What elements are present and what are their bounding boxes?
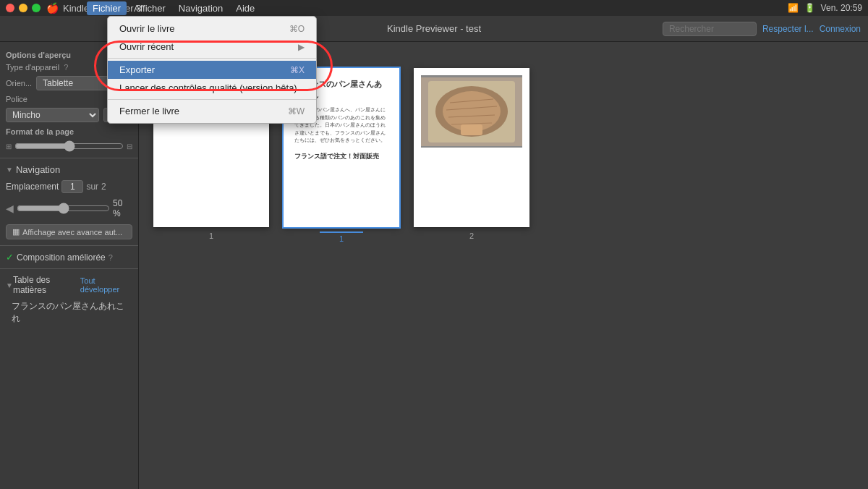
page-thumb-3[interactable] [414,68,529,227]
font-select[interactable]: Mincho [6,108,99,122]
navigation-label: Navigation [16,164,60,175]
page-num-2: 1 [339,234,344,243]
page-image [421,75,522,148]
menu-sep-2 [108,99,316,100]
page-num-3: 2 [469,231,474,240]
ouvrir-livre-shortcut: ⌘O [289,24,305,34]
nav-controls: ◀ 50 % [0,195,138,221]
page-active-indicator: 1 [320,231,363,243]
time-label: Ven. 20:59 [821,3,862,13]
toolbar-right: Respecter l... Connexion [663,22,861,36]
advance-icon: ▦ [12,227,20,237]
menubar: Fichier Afficher Navigation Aide [87,0,260,16]
ouvrir-livre-label: Ouvrir le livre [119,23,175,34]
grid-large-icon: ⊟ [127,143,132,150]
device-label: Type d'appareil [6,63,59,72]
menu-afficher[interactable]: Afficher [128,1,171,15]
exporter-shortcut: ⌘X [290,65,305,75]
grid-small-icon: ⊞ [6,143,12,150]
nav-slider[interactable] [17,203,110,214]
nav-arrow-icon: ▼ [6,166,13,174]
titlebar-right: 📶 🔋 Ven. 20:59 [788,0,862,16]
ouvrir-recent-label: Ouvrir récent [119,41,174,52]
location-label: Emplacement [6,182,59,192]
location-total: 2 [101,182,106,192]
bluetooth-icon: 🔋 [804,3,815,13]
device-tooltip: ? [64,63,68,72]
page-format-label: Format de la page [0,124,138,137]
page-image-content [414,68,529,155]
navigation-header[interactable]: ▼ Navigation [0,161,138,178]
composition-row: ✓ Composition améliorée ? [0,249,138,265]
composition-tooltip: ? [109,253,113,262]
location-row: Emplacement sur 2 [0,178,138,195]
traffic-lights [6,4,41,12]
advance-button[interactable]: ▦ Affichage avec avance aut... [6,224,132,239]
menu-aide[interactable]: Aide [230,1,260,15]
page-format-slider[interactable] [14,140,124,152]
page-num-1: 1 [209,231,213,240]
apple-icon[interactable]: 🍎 [46,2,59,14]
search-input[interactable] [663,22,757,36]
font-label: Police [6,95,27,103]
fermer-shortcut: ⌘W [288,106,305,116]
location-input[interactable] [61,180,83,193]
quality-label: Lancer des contrôles qualité (version bê… [119,82,297,93]
fichier-dropdown: Ouvrir le livre ⌘O Ouvrir récent ▶ Expor… [107,16,317,124]
toc-arrow-icon: ▼ [6,281,13,289]
window-title: Kindle Previewer - test [387,23,481,34]
location-of: sur [86,182,98,192]
menu-ouvrir-livre[interactable]: Ouvrir le livre ⌘O [108,20,316,38]
menu-navigation[interactable]: Navigation [173,1,229,15]
orient-label: Orien... [6,79,32,88]
menu-quality[interactable]: Lancer des contrôles qualité (version bê… [108,79,316,97]
menu-fermer-livre[interactable]: Fermer le livre ⌘W [108,102,316,120]
toc-header[interactable]: ▼ Table des matières Tout développer [0,272,138,298]
advance-label: Affichage avec avance aut... [22,228,122,237]
toc-item[interactable]: フランスのパン屋さんあれこれ [0,298,138,327]
connect-link[interactable]: Connexion [820,24,861,34]
menu-sep-1 [108,58,316,59]
menu-fichier[interactable]: Fichier [87,1,127,15]
toc-label: Table des matières [13,275,80,295]
maximize-button[interactable] [32,4,41,12]
page-indicator-bar [320,231,363,233]
titlebar: 🍎 Kindle Previewer 3 Fichier Afficher Na… [0,0,868,16]
submenu-arrow-icon: ▶ [298,42,305,52]
menu-exporter[interactable]: Exporter ⌘X [108,61,316,79]
divider-1 [0,158,138,158]
zoom-value: 50 % [113,198,132,218]
page-wrapper-3: 2 [414,68,529,240]
respect-link[interactable]: Respecter l... [762,24,814,34]
menu-ouvrir-recent[interactable]: Ouvrir récent ▶ [108,38,316,56]
nav-back-button[interactable]: ◀ [6,203,14,214]
svg-rect-8 [461,124,482,135]
sys-icons: 📶 🔋 Ven. 20:59 [788,3,862,13]
minimize-button[interactable] [19,4,27,12]
toc-expand-link[interactable]: Tout développer [80,276,132,294]
article-subtitle: フランス語で注文！対面販売 [294,152,388,161]
divider-3 [0,268,138,269]
fermer-label: Fermer le livre [119,106,179,116]
page-image-svg [421,77,522,146]
close-button[interactable] [6,4,14,12]
exporter-label: Exporter [119,64,155,75]
page-format-slider-row: ⊞ ⊟ [0,137,138,155]
wifi-icon: 📶 [788,3,799,13]
divider-2 [0,245,138,246]
composition-label: Composition améliorée [17,252,106,263]
check-icon: ✓ [6,252,14,263]
